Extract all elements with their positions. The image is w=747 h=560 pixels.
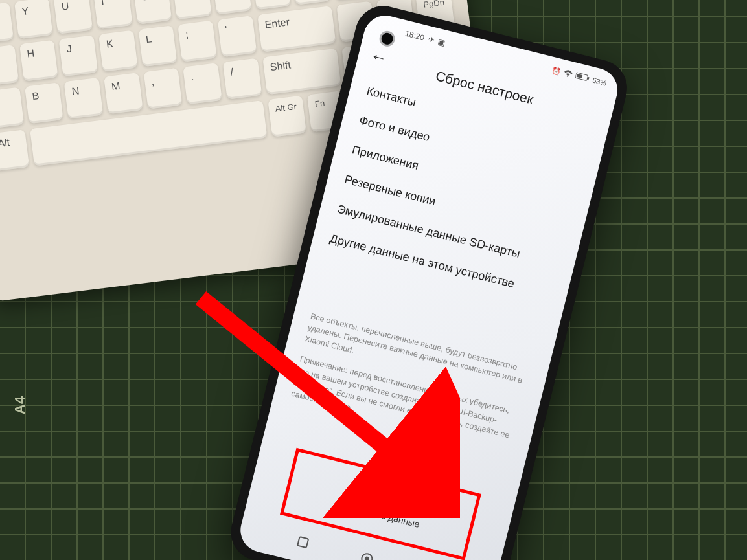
key: . — [183, 63, 222, 104]
key: U — [54, 0, 93, 34]
info-text: Все объекты, перечисленные выше, будут б… — [288, 310, 532, 462]
key: \ — [292, 0, 330, 5]
key: Ъ — [252, 0, 291, 10]
key: Х — [213, 0, 251, 15]
key: T — [0, 3, 14, 44]
key-shift: Shift — [262, 49, 341, 95]
key-alt: Alt — [0, 129, 29, 171]
list-item-other-data: Другие данные на этом устройстве — [328, 232, 552, 300]
key: / — [223, 58, 262, 100]
key: K — [98, 30, 137, 72]
svg-rect-1 — [577, 74, 582, 78]
key: N — [64, 78, 103, 119]
status-airplane-icon: ✈ — [427, 34, 435, 45]
status-screenshot-icon: ▣ — [437, 37, 446, 47]
key: J — [59, 35, 98, 76]
svg-point-5 — [364, 556, 369, 560]
key: H — [19, 40, 58, 82]
key: O — [133, 0, 172, 25]
key-enter: Enter — [257, 6, 336, 52]
key-space — [30, 100, 267, 166]
key: ; — [178, 21, 216, 62]
key: V — [0, 87, 24, 129]
scene: A4 T Y U I O P Х Ъ \ Del End Page Up G H… — [0, 0, 747, 560]
reset-icon — [371, 486, 393, 508]
key: ' — [218, 16, 257, 57]
key: , — [143, 68, 182, 109]
wifi-icon — [562, 69, 573, 80]
key-altgr: Alt Gr — [268, 96, 306, 137]
key: L — [138, 25, 177, 67]
battery-percent: 53% — [592, 76, 607, 87]
key: I — [93, 0, 132, 29]
key: M — [104, 73, 143, 114]
alarm-icon: ⏰ — [551, 65, 562, 76]
battery-icon — [575, 71, 591, 84]
key: Y — [14, 0, 53, 39]
reset-items-list: Контакты Фото и видео Приложения Резервн… — [328, 84, 589, 300]
key: G — [0, 45, 19, 86]
svg-rect-3 — [297, 537, 308, 548]
key: B — [25, 82, 63, 124]
nav-home-button[interactable] — [359, 551, 374, 560]
status-time: 18:20 — [404, 29, 426, 43]
nav-recent-button[interactable] — [296, 535, 312, 551]
mat-size-label: A4 — [12, 396, 29, 414]
key: P — [172, 0, 211, 19]
